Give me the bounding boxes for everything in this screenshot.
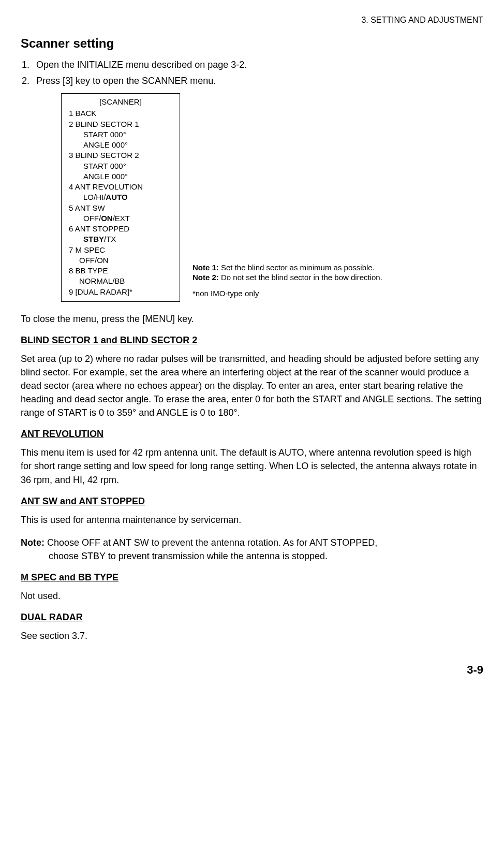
menu-line: 5 ANT SW [69, 203, 172, 213]
note-1: Note 1: Set the blind sector as minimum … [192, 263, 382, 272]
chapter-header: 3. SETTING AND ADJUSTMENT [21, 16, 483, 25]
section-body: This menu item is used for 42 rpm antenn… [21, 446, 483, 486]
section-heading-ant-revolution: ANT REVOLUTION [21, 429, 483, 440]
menu-line: 8 BB TYPE [69, 266, 172, 276]
step-1: 1. Open the INITIALIZE menu described on… [22, 58, 483, 72]
page-number: 3-9 [21, 663, 483, 677]
step-number: 1. [22, 58, 36, 72]
menu-line: 2 BLIND SECTOR 1 [69, 119, 172, 129]
menu-line: 4 ANT REVOLUTION [69, 182, 172, 192]
section-heading-blind-sector: BLIND SECTOR 1 and BLIND SECTOR 2 [21, 335, 483, 346]
page-title: Scanner setting [21, 36, 483, 51]
menu-line: START 000° [69, 161, 172, 171]
menu-line: STBY/TX [69, 234, 172, 244]
section-body: This is used for antenna maintenance by … [21, 513, 483, 527]
section-body: See section 3.7. [21, 629, 483, 643]
menu-line: 9 [DUAL RADAR]* [69, 287, 172, 297]
note-2: Note 2: Do not set the blind sector in t… [192, 273, 382, 282]
close-instruction: To close the menu, press the [MENU] key. [21, 312, 483, 326]
menu-title: [SCANNER] [69, 97, 172, 107]
menu-line: 6 ANT STOPPED [69, 224, 172, 234]
section-heading-dual-radar: DUAL RADAR [21, 612, 483, 623]
menu-line: START 000° [69, 129, 172, 140]
menu-line: NORMAL/BB [69, 276, 172, 286]
menu-line: LO/HI/AUTO [69, 192, 172, 202]
menu-line: 3 BLIND SECTOR 2 [69, 150, 172, 161]
menu-line: ANGLE 000° [69, 140, 172, 150]
step-text: Press [3] key to open the SCANNER menu. [36, 74, 216, 88]
section-heading-mspec: M SPEC and BB TYPE [21, 572, 483, 583]
menu-line: OFF/ON/EXT [69, 213, 172, 224]
menu-line: 7 M SPEC [69, 245, 172, 255]
section-body: Not used. [21, 589, 483, 603]
scanner-menu-box: [SCANNER] 1 BACK 2 BLIND SECTOR 1 START … [61, 93, 180, 302]
menu-line: 1 BACK [69, 108, 172, 119]
step-number: 2. [22, 74, 36, 88]
menu-figure: [SCANNER] 1 BACK 2 BLIND SECTOR 1 START … [61, 93, 483, 302]
step-2: 2. Press [3] key to open the SCANNER men… [22, 74, 483, 88]
note-block: Note: Choose OFF at ANT SW to prevent th… [21, 536, 483, 563]
menu-line: OFF/ON [69, 255, 172, 266]
step-text: Open the INITIALIZE menu described on pa… [36, 58, 247, 72]
menu-side-notes: Note 1: Set the blind sector as minimum … [192, 263, 382, 302]
footnote: *non IMO-type only [192, 289, 382, 298]
section-body: Set area (up to 2) where no radar pulses… [21, 352, 483, 419]
menu-line: ANGLE 000° [69, 171, 172, 182]
section-heading-ant-sw: ANT SW and ANT STOPPED [21, 496, 483, 507]
steps-list: 1. Open the INITIALIZE menu described on… [22, 58, 483, 88]
